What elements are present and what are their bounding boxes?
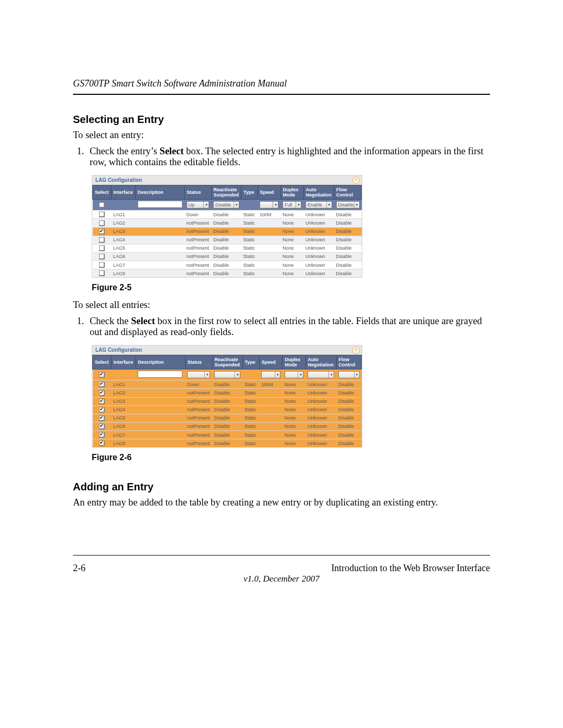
- cell: [136, 380, 185, 389]
- col-header: Duplex Mode: [283, 355, 305, 369]
- section-adding-heading: Adding an Entry: [73, 481, 490, 493]
- cell: Disable: [211, 236, 241, 244]
- step-1b: Check the Select box in the first row to…: [87, 316, 490, 338]
- duplex-select[interactable]: Full▼: [283, 201, 301, 208]
- cell: [259, 405, 282, 414]
- status-select-2[interactable]: ▼: [187, 371, 210, 378]
- chevron-down-icon: ▼: [326, 202, 331, 208]
- select-all-cell[interactable]: [93, 200, 112, 211]
- cell: Static: [242, 414, 259, 422]
- cell: LAG7: [111, 431, 136, 439]
- cell: None: [283, 422, 305, 430]
- cell: notPresent: [185, 439, 212, 448]
- row-checkbox[interactable]: [99, 237, 105, 243]
- speed-select[interactable]: ▼: [260, 201, 278, 208]
- cell: [136, 227, 185, 236]
- chevron-down-icon: ▼: [275, 372, 279, 378]
- cell: LAG6: [111, 422, 136, 430]
- cell: Disable: [211, 252, 241, 261]
- cell: Disable: [334, 211, 362, 219]
- row-checkbox[interactable]: [99, 432, 105, 438]
- select-all-checkbox[interactable]: [99, 202, 105, 208]
- reactivate-select-2[interactable]: ▼: [214, 371, 240, 378]
- cell: LAG1: [111, 211, 136, 219]
- cell: None: [280, 261, 303, 269]
- cell: Static: [241, 252, 258, 261]
- cell: Static: [241, 261, 258, 269]
- description-input-cell: [136, 200, 185, 211]
- cell: [93, 405, 112, 414]
- cell: Disable: [212, 414, 242, 422]
- col-header: Interface: [111, 186, 136, 200]
- table-row: LAG8notPresentDisableStaticNoneUnknownDi…: [93, 269, 362, 278]
- col-header: Flow Control: [334, 186, 362, 200]
- table-row: LAG3notPresentDisableStaticNoneUnknownDi…: [93, 227, 362, 236]
- flow-select-2[interactable]: ▼: [338, 371, 359, 378]
- status-select[interactable]: Up▼: [187, 201, 210, 208]
- row-checkbox[interactable]: [99, 407, 105, 413]
- autoneg-select-2[interactable]: ▼: [308, 371, 334, 378]
- col-header: Description: [136, 355, 185, 369]
- description-input-2[interactable]: [138, 371, 182, 378]
- cell: Unknown: [303, 211, 334, 219]
- reactivate-select[interactable]: Disable▼: [213, 201, 239, 208]
- cell: Static: [242, 380, 259, 389]
- col-header: Description: [136, 186, 185, 200]
- cell: Down: [185, 380, 212, 389]
- cell: LAG1: [111, 380, 136, 389]
- row-checkbox[interactable]: [99, 270, 105, 276]
- row-checkbox[interactable]: [99, 212, 105, 217]
- table-header-row: SelectInterfaceDescriptionStatusReactiva…: [93, 186, 362, 200]
- help-icon-2[interactable]: ?: [352, 347, 360, 354]
- cell: None: [280, 219, 303, 227]
- row-checkbox[interactable]: [99, 220, 105, 226]
- row-checkbox[interactable]: [99, 415, 105, 421]
- cell: None: [280, 236, 303, 244]
- cell: Disable: [212, 389, 242, 397]
- row-checkbox[interactable]: [99, 424, 105, 429]
- flow-select[interactable]: Disable▼: [336, 201, 360, 208]
- cell: notPresent: [185, 236, 212, 244]
- table-row: LAG1DownDisableStatic100MNoneUnknownDisa…: [93, 380, 362, 389]
- row-checkbox[interactable]: [99, 254, 105, 260]
- step-1: Check the entry’s Select box. The select…: [87, 146, 490, 168]
- select-all-cell-2[interactable]: [93, 369, 112, 380]
- select-all-checkbox-2[interactable]: [99, 372, 105, 378]
- row-checkbox[interactable]: [99, 390, 105, 396]
- row-checkbox[interactable]: [99, 262, 105, 268]
- cell: Disable: [211, 269, 241, 278]
- row-checkbox[interactable]: [99, 381, 105, 387]
- edit-row: Up▼ Disable▼ ▼ Full▼ Enable▼ Disable▼: [93, 200, 362, 211]
- cell: notPresent: [185, 405, 212, 414]
- chevron-down-icon: ▼: [296, 202, 300, 208]
- cell: Disable: [336, 431, 361, 439]
- row-checkbox[interactable]: [99, 440, 105, 446]
- row-checkbox[interactable]: [99, 229, 105, 235]
- cell: [136, 439, 185, 448]
- cell: notPresent: [185, 422, 212, 430]
- cell: Disable: [334, 244, 362, 252]
- cell: 100M: [259, 380, 282, 389]
- cell: Disable: [211, 261, 241, 269]
- autoneg-select[interactable]: Enable▼: [305, 201, 332, 208]
- cell: 100M: [258, 211, 280, 219]
- cell: notPresent: [185, 389, 212, 397]
- row-checkbox[interactable]: [99, 399, 105, 404]
- cell: Unknown: [305, 431, 336, 439]
- row-checkbox[interactable]: [99, 245, 105, 251]
- lag-table-2: SelectInterfaceDescriptionStatusReactiva…: [92, 355, 362, 447]
- cell: [93, 389, 112, 397]
- cell: [136, 431, 185, 439]
- cell: Disable: [334, 219, 362, 227]
- duplex-select-2[interactable]: ▼: [285, 371, 303, 378]
- cell: [136, 211, 185, 219]
- col-header: Status: [185, 355, 212, 369]
- help-icon[interactable]: ?: [352, 177, 360, 184]
- cell: Unknown: [303, 261, 334, 269]
- speed-select-2[interactable]: ▼: [261, 371, 280, 378]
- col-header: Speed: [258, 186, 280, 200]
- cell: Disable: [336, 389, 361, 397]
- description-input[interactable]: [138, 201, 182, 208]
- intro-select-all: To select all entries:: [73, 300, 490, 311]
- cell: [93, 422, 112, 430]
